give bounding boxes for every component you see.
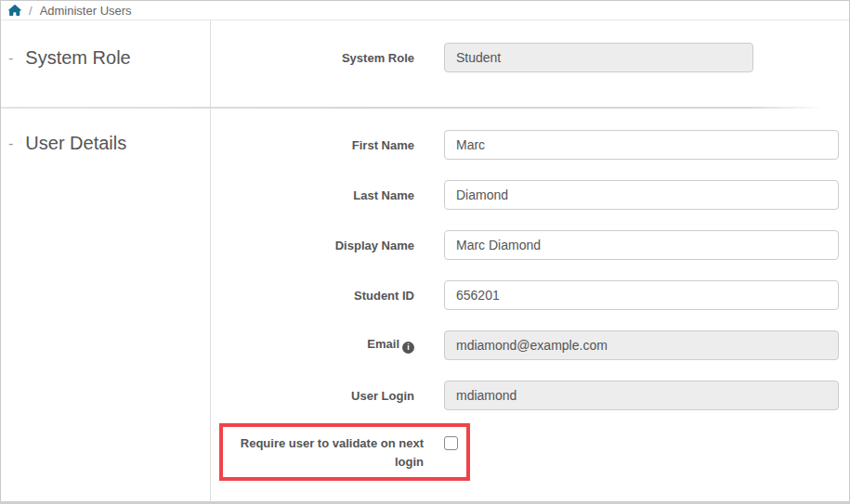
user-form: System Role First Name Last Name Display… <box>211 20 848 501</box>
home-icon[interactable] <box>8 5 21 16</box>
user-login-label: User Login <box>211 389 414 403</box>
student-id-label: Student ID <box>211 289 414 303</box>
student-id-input[interactable] <box>444 280 839 310</box>
user-login-input <box>444 381 839 410</box>
sidebar-section-label: System Role <box>25 47 130 69</box>
sidebar-section-user-details[interactable]: - User Details <box>8 133 126 154</box>
last-name-input[interactable] <box>444 180 839 210</box>
form-row-last-name: Last Name <box>211 180 839 210</box>
system-role-input <box>444 43 753 72</box>
display-name-input[interactable] <box>444 230 839 260</box>
form-row-first-name: First Name <box>211 130 839 160</box>
form-row-email: Emaili <box>211 330 839 360</box>
highlight-box: Require user to validate on next login <box>219 423 470 481</box>
require-validate-checkbox[interactable] <box>444 436 458 450</box>
require-validate-label: Require user to validate on next login <box>229 434 424 472</box>
collapse-icon[interactable]: - <box>8 136 13 151</box>
first-name-label: First Name <box>211 138 414 152</box>
form-row-user-login: User Login <box>211 381 839 410</box>
info-icon[interactable]: i <box>402 342 414 354</box>
display-name-label: Display Name <box>211 239 414 252</box>
administer-users-page: / Administer Users - System Role - User … <box>0 0 850 504</box>
form-row-display-name: Display Name <box>211 230 839 260</box>
breadcrumb-current: Administer Users <box>40 4 132 18</box>
sidebar-section-system-role[interactable]: - System Role <box>8 47 131 69</box>
form-row-student-id: Student ID <box>211 280 839 310</box>
collapse-icon[interactable]: - <box>8 51 13 66</box>
sidebar-section-label: User Details <box>25 133 126 154</box>
breadcrumb: / Administer Users <box>1 1 849 20</box>
system-role-label: System Role <box>211 51 414 65</box>
breadcrumb-separator: / <box>29 4 33 18</box>
last-name-label: Last Name <box>211 188 414 202</box>
email-label: Emaili <box>211 337 414 354</box>
form-row-system-role: System Role <box>211 43 839 72</box>
email-input <box>444 330 839 360</box>
first-name-input[interactable] <box>444 130 839 160</box>
